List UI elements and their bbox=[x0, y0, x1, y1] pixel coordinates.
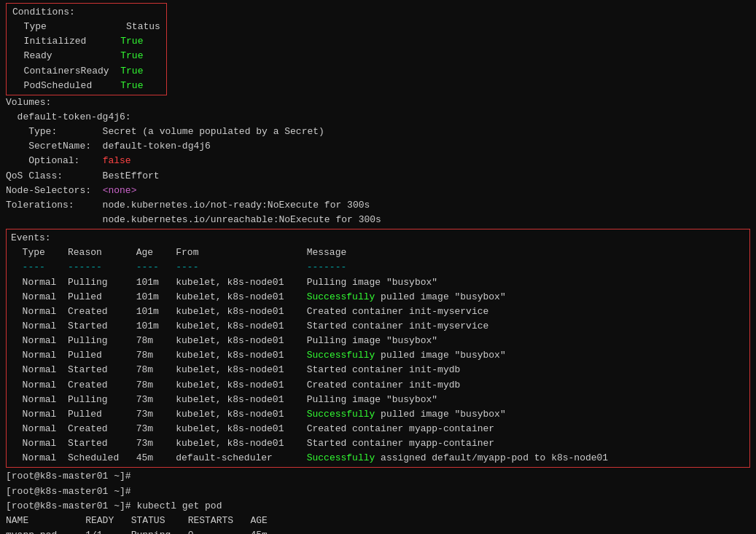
prompt-2: [root@k8s-master01 ~]# bbox=[6, 484, 750, 499]
condition-initialized: Initialized True bbox=[12, 34, 160, 49]
events-dashes: ---- ------ ---- ---- ------- bbox=[11, 260, 745, 275]
event-row-1: Normal Pulling 101m kubelet, k8s-node01 … bbox=[11, 275, 745, 290]
tolerations-2: node.kubernetes.io/unreachable:NoExecute… bbox=[6, 213, 750, 227]
volumes-name: default-token-dg4j6: bbox=[6, 110, 750, 125]
get-pod-row: myapp-pod 1/1 Running 0 45m bbox=[6, 528, 750, 534]
event-row-3: Normal Created 101m kubelet, k8s-node01 … bbox=[11, 305, 745, 319]
event-row-5: Normal Pulling 78m kubelet, k8s-node01 P… bbox=[11, 334, 745, 348]
prompt-1: [root@k8s-master01 ~]# bbox=[6, 469, 750, 484]
volumes-optional: Optional: false bbox=[6, 154, 750, 168]
event-row-13: Normal Scheduled 45m default-scheduler S… bbox=[11, 451, 745, 466]
events-label: Events: bbox=[11, 231, 745, 246]
terminal: Conditions: Type Status Initialized True… bbox=[0, 0, 756, 534]
condition-ready: Ready True bbox=[12, 49, 160, 63]
qos-line: QoS Class: BestEffort bbox=[6, 169, 750, 184]
event-row-10: Normal Pulled 73m kubelet, k8s-node01 Su… bbox=[11, 407, 745, 422]
event-row-8: Normal Created 78m kubelet, k8s-node01 C… bbox=[11, 378, 745, 393]
conditions-label: Conditions: bbox=[12, 5, 160, 20]
event-row-4: Normal Started 101m kubelet, k8s-node01 … bbox=[11, 319, 745, 334]
tolerations-label: Tolerations: node.kubernetes.io/not-read… bbox=[6, 198, 750, 213]
get-pod-header: NAME READY STATUS RESTARTS AGE bbox=[6, 514, 750, 528]
event-row-12: Normal Started 73m kubelet, k8s-node01 S… bbox=[11, 436, 745, 451]
event-row-2: Normal Pulled 101m kubelet, k8s-node01 S… bbox=[11, 290, 745, 305]
event-row-11: Normal Created 73m kubelet, k8s-node01 C… bbox=[11, 422, 745, 436]
conditions-header: Type Status bbox=[12, 20, 160, 34]
condition-pod-scheduled: PodScheduled True bbox=[12, 79, 160, 93]
condition-containers-ready: ContainersReady True bbox=[12, 64, 160, 79]
events-header: Type Reason Age From Message bbox=[11, 246, 745, 260]
event-row-6: Normal Pulled 78m kubelet, k8s-node01 Su… bbox=[11, 348, 745, 363]
node-selectors-line: Node-Selectors: <none> bbox=[6, 184, 750, 198]
event-row-7: Normal Started 78m kubelet, k8s-node01 S… bbox=[11, 363, 745, 377]
volumes-secret: SecretName: default-token-dg4j6 bbox=[6, 139, 750, 154]
volumes-label: Volumes: bbox=[6, 95, 750, 110]
volumes-type: Type: Secret (a volume populated by a Se… bbox=[6, 125, 750, 139]
prompt-3: [root@k8s-master01 ~]# kubectl get pod bbox=[6, 499, 750, 514]
event-row-9: Normal Pulling 73m kubelet, k8s-node01 P… bbox=[11, 393, 745, 407]
